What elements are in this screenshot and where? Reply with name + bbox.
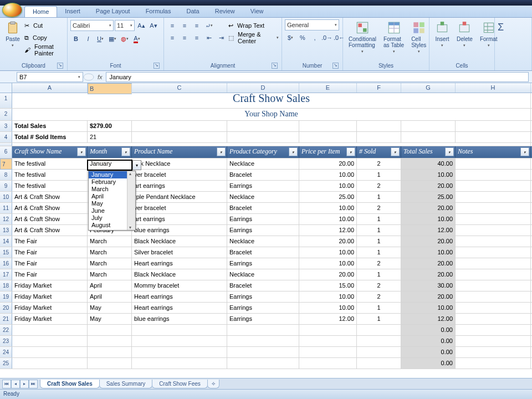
cell[interactable]	[456, 291, 531, 302]
cell[interactable]: Heart earrings	[132, 303, 227, 313]
filter-button[interactable]: ▾	[121, 147, 130, 156]
tab-view[interactable]: View	[243, 6, 272, 17]
cell[interactable]: Necklace	[227, 158, 299, 169]
cell[interactable]	[456, 181, 531, 191]
row-header[interactable]: 9	[0, 181, 12, 191]
increase-decimal-button[interactable]: .0→	[321, 32, 332, 43]
cell[interactable]	[401, 132, 456, 142]
row-header[interactable]: 2	[0, 109, 12, 120]
cell[interactable]: 1	[357, 225, 401, 236]
cell[interactable]: Art & Craft Show	[12, 192, 88, 202]
cell[interactable]: Silver bracelet	[132, 247, 227, 258]
cell[interactable]: Earrings	[227, 303, 299, 313]
bold-button[interactable]: B	[70, 33, 81, 44]
align-right-button[interactable]: ≡	[191, 32, 202, 43]
cell[interactable]: 2	[357, 280, 401, 291]
cell[interactable]	[456, 214, 531, 224]
align-left-button[interactable]: ≡	[167, 32, 178, 43]
filter-button[interactable]: ▾	[77, 147, 86, 156]
cell[interactable]	[456, 280, 531, 291]
cell[interactable]: 10.00	[401, 170, 456, 180]
cell[interactable]: 20.00	[299, 236, 357, 247]
cell[interactable]	[299, 336, 357, 346]
col-header-H[interactable]: H	[456, 83, 531, 93]
cell[interactable]	[227, 325, 299, 335]
align-middle-button[interactable]: ≡	[179, 20, 190, 31]
cell[interactable]: 2	[357, 291, 401, 302]
cell[interactable]	[357, 347, 401, 357]
row-header[interactable]: 21	[0, 314, 12, 324]
cell[interactable]	[132, 325, 227, 335]
row-header[interactable]: 15	[0, 247, 12, 258]
align-center-button[interactable]: ≡	[179, 32, 190, 43]
row-header[interactable]: 23	[0, 336, 12, 346]
align-bottom-button[interactable]: ≡	[191, 20, 202, 31]
cell-styles-button[interactable]: Cell Styles▾	[408, 19, 429, 55]
format-as-table-button[interactable]: Format as Table▾	[381, 19, 407, 55]
cell[interactable]	[88, 347, 132, 357]
cell[interactable]	[456, 236, 531, 247]
cell[interactable]	[12, 347, 88, 357]
cell[interactable]	[12, 358, 88, 369]
cell[interactable]: 10.00	[299, 303, 357, 313]
decrease-indent-button[interactable]: ⇤	[203, 32, 214, 43]
cell[interactable]: art earrings	[132, 214, 227, 224]
cell[interactable]: 10.00	[401, 214, 456, 224]
cell[interactable]: Earrings	[227, 314, 299, 324]
cell[interactable]	[456, 225, 531, 236]
cell[interactable]	[132, 336, 227, 346]
cell[interactable]: 12.00	[299, 314, 357, 324]
filter-button[interactable]: ▾	[520, 147, 529, 156]
sheet-nav-next[interactable]: ▸	[20, 380, 29, 388]
row-header[interactable]: 6	[0, 146, 12, 158]
cell[interactable]	[456, 325, 531, 335]
cell[interactable]: 1	[357, 314, 401, 324]
cell[interactable]: April	[88, 291, 132, 302]
copy-button[interactable]: ⧉ Copy	[24, 32, 64, 44]
format-painter-button[interactable]: 🖌 Format Painter	[24, 44, 64, 56]
cell[interactable]	[357, 358, 401, 369]
cell[interactable]: 12.00	[401, 314, 456, 324]
cell[interactable]: 1	[357, 303, 401, 313]
dropdown-scrollbar[interactable]	[127, 171, 135, 230]
cell[interactable]: 20.00	[299, 158, 357, 169]
cell[interactable]: 10.00	[299, 214, 357, 224]
row-header[interactable]: 13	[0, 225, 12, 236]
cell[interactable]: The Fair	[12, 247, 88, 258]
row-header[interactable]: 22	[0, 325, 12, 335]
cell[interactable]: 30.00	[401, 280, 456, 291]
cell[interactable]: 20.00	[401, 203, 456, 213]
wrap-text-button[interactable]: ↩ Wrap Text	[228, 19, 279, 32]
cell[interactable]	[456, 347, 531, 357]
cell[interactable]: Art & Craft Show	[12, 214, 88, 224]
cell[interactable]	[357, 336, 401, 346]
cell[interactable]: 0.00	[401, 325, 456, 335]
formula-input[interactable]: January	[106, 72, 529, 82]
office-button[interactable]	[2, 3, 22, 17]
row-header[interactable]: 19	[0, 291, 12, 302]
cell[interactable]: Total Sales▾	[401, 146, 456, 158]
font-name-select[interactable]: Calibri▾	[70, 20, 114, 31]
italic-button[interactable]: I	[83, 33, 94, 44]
merge-center-button[interactable]: ⬚ Merge & Center ▾	[228, 32, 279, 44]
cell[interactable]: 20.00	[401, 291, 456, 302]
name-box[interactable]: B7▾	[17, 72, 83, 82]
cell[interactable]: The festival	[12, 170, 88, 180]
cell[interactable]	[88, 325, 132, 335]
row-header[interactable]: 25	[0, 358, 12, 369]
cell[interactable]: Friday Market	[12, 303, 88, 313]
cell[interactable]: April	[88, 280, 132, 291]
col-header-A[interactable]: A	[12, 83, 88, 93]
cell[interactable]: 1	[357, 236, 401, 247]
cell[interactable]: Black Necklace	[132, 269, 227, 280]
cell[interactable]	[456, 247, 531, 258]
cell[interactable]: Bracelet	[227, 280, 299, 291]
number-format-select[interactable]: General▾	[285, 19, 339, 30]
fill-color-button[interactable]: ◍▾	[119, 33, 130, 44]
cell[interactable]: March	[88, 247, 132, 258]
cell[interactable]	[357, 132, 401, 142]
filter-button[interactable]: ▾	[346, 147, 355, 156]
cell[interactable]	[299, 358, 357, 369]
cell[interactable]: The Fair	[12, 258, 88, 269]
cell[interactable]: 1	[357, 247, 401, 258]
